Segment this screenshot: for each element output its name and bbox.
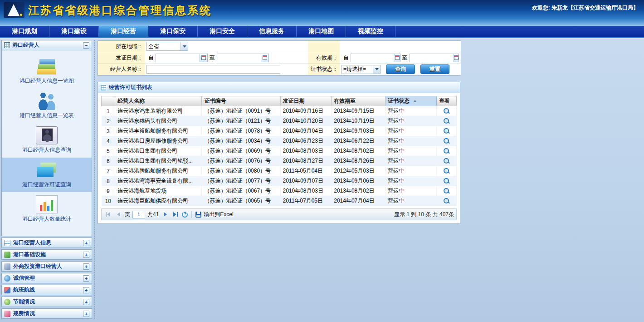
- table-row[interactable]: 1 连云港东鸿集装箱有限公司 （苏连）港经证（0091）号 2010年09月16…: [102, 106, 457, 116]
- sidebar-panel-label: 规费情况: [13, 310, 35, 317]
- table-row[interactable]: 2 连云港东粮码头有限公司 （苏连）港经证（0121）号 2010年10月20日…: [102, 116, 457, 126]
- row-number: 9: [102, 186, 115, 196]
- view-magnifier-icon[interactable]: [443, 138, 450, 144]
- sidebar-collapsed-panel[interactable]: 节能情况 +: [1, 297, 92, 307]
- sidebar-item[interactable]: 港口经营人数量统计: [2, 192, 92, 227]
- fee-icon: [4, 311, 10, 317]
- expand-button[interactable]: +: [83, 252, 89, 258]
- pager-separator: [191, 211, 192, 218]
- validity-to-input[interactable]: [410, 54, 454, 62]
- sidebar-item[interactable]: 港口经营许可证查询: [2, 158, 92, 192]
- column-header[interactable]: 经营人名称: [115, 96, 202, 106]
- nav-tab[interactable]: 港口保安: [148, 26, 198, 37]
- view-magnifier-icon[interactable]: [443, 148, 450, 154]
- export-excel-button[interactable]: 输出到Excel: [204, 211, 233, 218]
- table-row[interactable]: 3 连云港丰裕船舶服务有限公司 （苏连）港经证（0078）号 2010年09月0…: [102, 126, 457, 136]
- column-header[interactable]: 证书编号: [202, 96, 280, 106]
- column-header[interactable]: [102, 96, 115, 106]
- next-page-button[interactable]: [161, 210, 169, 218]
- view-magnifier-icon[interactable]: [443, 128, 450, 134]
- issue-date-to-picker[interactable]: [261, 54, 269, 62]
- column-header-label: 查看: [439, 98, 450, 104]
- sidebar-panel-header[interactable]: 港口经营人 −: [2, 40, 92, 50]
- column-header[interactable]: 发证日期: [280, 96, 332, 106]
- collapse-button[interactable]: −: [83, 42, 89, 49]
- sidebar-item[interactable]: 港口经营人信息查询: [2, 123, 92, 158]
- cert-status-field-cell: =请选择= 查询 重置: [340, 64, 461, 75]
- view-magnifier-icon[interactable]: [443, 168, 450, 174]
- issue-date-cell: 2011年07月05日: [280, 196, 332, 206]
- cert-number-cell: （苏连）港经证（0080）号: [202, 166, 280, 176]
- column-header[interactable]: 有效期至: [332, 96, 385, 106]
- cert-status-trigger[interactable]: [373, 65, 380, 74]
- view-magnifier-icon[interactable]: [443, 178, 450, 184]
- sidebar-collapsed-panel[interactable]: 港口经营人信息 +: [1, 238, 92, 248]
- sidebar-splitter[interactable]: [92, 38, 97, 321]
- table-row[interactable]: 7 连云港港腾船舶服务有限公司 （苏连）港经证（0080）号 2011年05月0…: [102, 166, 457, 176]
- sidebar-item[interactable]: 港口经营人信息一览表: [2, 89, 92, 123]
- cert-status-cell: 营运中: [385, 186, 436, 196]
- last-page-button[interactable]: [171, 210, 180, 218]
- globe-icon: [4, 275, 10, 282]
- expand-button[interactable]: +: [83, 240, 89, 246]
- view-magnifier-icon[interactable]: [443, 118, 450, 124]
- region-select-trigger[interactable]: [181, 42, 188, 50]
- refresh-icon[interactable]: [182, 212, 188, 218]
- issue-date-to-input[interactable]: [217, 54, 261, 62]
- view-magnifier-icon[interactable]: [443, 188, 450, 194]
- region-select[interactable]: 全省: [146, 42, 188, 51]
- page-number-input[interactable]: [132, 211, 145, 218]
- validity-to-picker[interactable]: [454, 54, 459, 62]
- expand-button[interactable]: +: [83, 287, 89, 293]
- column-header-label: 有效期至: [334, 98, 356, 104]
- expand-button[interactable]: +: [83, 311, 89, 317]
- operator-name-input[interactable]: [146, 65, 280, 74]
- table-row[interactable]: 6 连云港港口集团有限公司轮驳... （苏连）港经证（0076）号 2010年0…: [102, 156, 457, 166]
- view-cell: [436, 106, 456, 116]
- nav-tab[interactable]: 信息服务: [247, 26, 297, 37]
- nav-tab[interactable]: 港口经营: [99, 26, 148, 37]
- view-magnifier-icon[interactable]: [443, 108, 450, 114]
- calendar-icon: [395, 55, 400, 60]
- validity-from-picker[interactable]: [395, 54, 400, 62]
- reset-button[interactable]: 重置: [420, 64, 449, 74]
- sidebar-collapsed-panel[interactable]: 诚信管理 +: [1, 273, 92, 283]
- nav-tab[interactable]: 港口地图: [297, 26, 346, 37]
- expand-button[interactable]: +: [83, 263, 89, 270]
- validity-from-input[interactable]: [351, 54, 395, 62]
- issue-date-cell: 2010年06月23日: [280, 136, 332, 146]
- operator-name-cell: 连云港港口集团有限公司轮驳...: [115, 156, 202, 166]
- column-header[interactable]: 查看: [436, 96, 456, 106]
- sidebar-collapsed-panel[interactable]: 港口基础设施 +: [1, 249, 92, 260]
- operator-name-cell: 连云港东粮码头有限公司: [115, 116, 202, 126]
- prev-page-button[interactable]: [114, 210, 122, 218]
- sidebar-collapsed-panel[interactable]: 航班航线 +: [1, 285, 92, 295]
- cert-status-select[interactable]: =请选择=: [342, 65, 381, 74]
- table-row[interactable]: 10 连云港海巨船舶供应有限公司 （苏连）港经证（0065）号 2011年07月…: [102, 196, 457, 206]
- nav-tab[interactable]: 视频监控: [346, 26, 395, 37]
- view-magnifier-icon[interactable]: [443, 158, 450, 164]
- sidebar-item[interactable]: 港口经营人信息一览图: [2, 54, 92, 89]
- sidebar-collapsed-panels: 港口经营人信息 + 港口基础设施 + 外商投资港口经营人 + 诚信管理 + 航班: [1, 238, 92, 319]
- view-cell: [436, 176, 456, 186]
- sidebar-collapsed-panel[interactable]: 规费情况 +: [1, 308, 92, 319]
- table-row[interactable]: 4 连云港港口房屋维修服务公司 （苏连）港经证（0034）号 2010年06月2…: [102, 136, 457, 146]
- expand-button[interactable]: +: [83, 299, 89, 305]
- table-row[interactable]: 8 连云港港湾海事安全设备有限... （苏连）港经证（0077）号 2010年0…: [102, 176, 457, 186]
- first-page-button[interactable]: [104, 210, 112, 218]
- operator-name-label: 经营人名称：: [110, 65, 143, 73]
- column-header-label: 证书编号: [204, 98, 226, 104]
- nav-tab[interactable]: 港口建设: [49, 26, 99, 37]
- column-header[interactable]: 证书状态: [385, 96, 436, 106]
- issue-date-from-picker[interactable]: [200, 54, 208, 62]
- nav-tab[interactable]: 港口安全: [198, 26, 247, 37]
- table-row[interactable]: 9 连云港海航基地货场 （苏连）港经证（0067）号 2010年08月03日 2…: [102, 186, 457, 196]
- view-magnifier-icon[interactable]: [443, 198, 450, 204]
- sidebar-collapsed-panel[interactable]: 外商投资港口经营人 +: [1, 261, 92, 272]
- query-button[interactable]: 查询: [386, 64, 415, 74]
- nav-tab[interactable]: 港口规划: [0, 26, 49, 37]
- issue-date-from-input[interactable]: [156, 54, 200, 62]
- expand-button[interactable]: +: [83, 275, 89, 282]
- export-excel-icon[interactable]: [195, 212, 201, 218]
- table-row[interactable]: 5 连云港港口集团有限公司 （苏连）港经证（0069）号 2010年08月03日…: [102, 146, 457, 156]
